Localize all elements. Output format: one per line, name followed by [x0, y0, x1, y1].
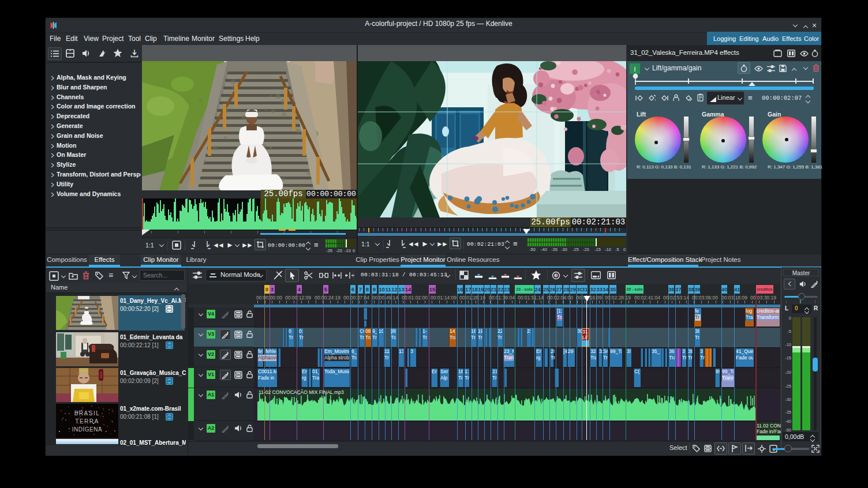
svg-text:BRASIL: BRASIL	[74, 410, 100, 416]
svg-text:TERRA: TERRA	[75, 418, 99, 425]
svg-text:INDÍGENA: INDÍGENA	[72, 426, 102, 433]
